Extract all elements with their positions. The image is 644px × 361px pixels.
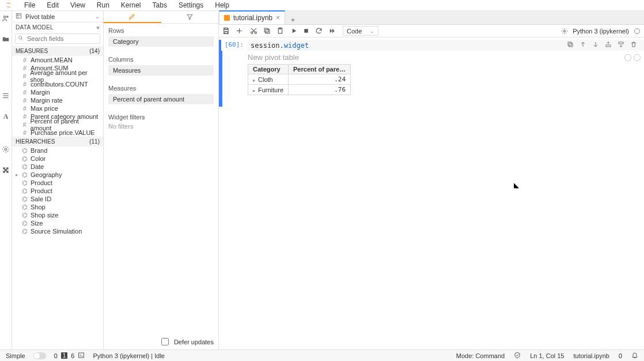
run-all-icon[interactable] xyxy=(328,28,336,34)
table-row[interactable]: ▸Cloth.24 xyxy=(248,74,351,85)
restart-icon[interactable] xyxy=(315,27,323,35)
bell-icon[interactable] xyxy=(631,352,638,360)
hierarchies-section-head[interactable]: HIERARCHIES (11) xyxy=(12,137,103,146)
svg-point-13 xyxy=(635,28,640,33)
filters-section: Widget filters xyxy=(104,110,218,123)
menu-kernel[interactable]: Kernel xyxy=(121,1,141,9)
save-icon[interactable] xyxy=(222,27,230,35)
simple-toggle[interactable] xyxy=(33,352,46,359)
collapse-panel-icon[interactable]: « xyxy=(96,24,100,31)
measure-item[interactable]: #Max price xyxy=(12,104,103,112)
hierarchy-item[interactable]: ⌬Brand xyxy=(12,146,103,155)
hierarchy-item[interactable]: ▸⌬Geography xyxy=(12,171,103,179)
search-icon xyxy=(18,35,24,42)
output-control-1[interactable] xyxy=(624,54,631,61)
measure-item[interactable]: #Percent of parent amount xyxy=(12,121,103,129)
trusted-icon[interactable] xyxy=(514,352,521,360)
hierarchy-item[interactable]: ⌬Shop size xyxy=(12,211,103,219)
jupyter-logo-icon xyxy=(5,1,13,9)
cut-icon[interactable] xyxy=(250,27,257,35)
svg-rect-11 xyxy=(304,29,308,32)
menu-file[interactable]: File xyxy=(24,1,35,9)
insert-below-icon[interactable] xyxy=(618,41,624,50)
paste-icon[interactable] xyxy=(276,27,284,35)
notebook-tab[interactable]: tutorial.ipynb × xyxy=(219,10,285,24)
measure-item[interactable]: #Average amount per shop xyxy=(12,72,103,80)
columns-chip[interactable]: Measures xyxy=(108,65,214,76)
people-icon[interactable] xyxy=(2,14,10,22)
pivot-col-value[interactable]: Percent of pare… xyxy=(289,65,351,74)
menu-settings[interactable]: Settings xyxy=(179,1,203,9)
build-panel: Rows Category Columns Measures Measures … xyxy=(104,11,219,349)
hierarchy-item[interactable]: ⌬Shop xyxy=(12,203,103,211)
measure-item[interactable]: #Amount.MEAN xyxy=(12,56,103,64)
move-down-icon[interactable] xyxy=(592,41,599,50)
output-title: New pivot table xyxy=(248,53,299,62)
add-tab-button[interactable]: + xyxy=(285,16,301,24)
status-badge: 1 xyxy=(61,352,68,359)
puzzle-icon[interactable] xyxy=(2,166,10,174)
menu-edit[interactable]: Edit xyxy=(47,1,59,9)
copy-icon[interactable] xyxy=(263,27,271,35)
svg-rect-14 xyxy=(569,43,573,47)
tab-style[interactable] xyxy=(104,11,161,23)
field-search-input[interactable] xyxy=(26,35,97,43)
hierarchy-item[interactable]: ⌬Product xyxy=(12,179,103,187)
measure-item[interactable]: #Margin xyxy=(12,88,103,96)
text-icon[interactable]: A xyxy=(3,112,9,121)
run-icon[interactable] xyxy=(291,28,297,34)
pivot-col-category[interactable]: Category xyxy=(248,65,289,74)
columns-section: Columns Measures xyxy=(104,52,218,81)
notebook-scroll[interactable]: [60]: session.widget xyxy=(219,37,644,349)
notebook-type-icon xyxy=(224,15,230,21)
output-control-2[interactable] xyxy=(634,54,641,61)
status-zero: 0 xyxy=(54,352,58,359)
table-row[interactable]: ▸Furniture.76 xyxy=(248,85,351,95)
measure-item[interactable]: #Purchase price.VALUE xyxy=(12,129,103,137)
add-cell-icon[interactable] xyxy=(236,27,243,35)
hierarchy-item[interactable]: ⌬Date xyxy=(12,163,103,171)
menu-help[interactable]: Help xyxy=(215,1,229,9)
hierarchy-item[interactable]: ⌬Source Simulation xyxy=(12,227,103,235)
status-kernel[interactable]: Python 3 (ipykernel) | Idle xyxy=(93,352,165,359)
notebook-area: tutorial.ipynb × + Code xyxy=(219,11,644,349)
tab-filter[interactable] xyxy=(161,11,219,23)
chart-type-select[interactable]: Pivot table ⌄ xyxy=(12,11,103,22)
measures-section-head[interactable]: MEASURES (14) xyxy=(12,46,103,56)
gear-icon[interactable] xyxy=(2,145,10,153)
rows-label: Rows xyxy=(108,27,214,34)
defer-updates-checkbox[interactable] xyxy=(161,338,169,345)
hierarchy-item[interactable]: ⌬Color xyxy=(12,155,103,163)
move-up-icon[interactable] xyxy=(579,41,586,50)
notebook-tab-label: tutorial.ipynb xyxy=(233,14,272,22)
code-cell[interactable]: [60]: session.widget xyxy=(219,40,644,51)
status-terminal-icon[interactable] xyxy=(78,352,85,360)
hierarchy-item[interactable]: ⌬Product xyxy=(12,187,103,195)
svg-rect-17 xyxy=(619,42,623,44)
kernel-settings-icon[interactable] xyxy=(561,28,568,35)
insert-above-icon[interactable] xyxy=(605,41,612,50)
menu-view[interactable]: View xyxy=(70,1,85,9)
rows-chip[interactable]: Category xyxy=(108,36,214,47)
simple-label: Simple xyxy=(6,352,25,359)
pivot-table: Category Percent of pare… ▸Cloth.24▸Furn… xyxy=(248,64,351,95)
delete-cell-icon[interactable] xyxy=(630,41,637,50)
kernel-name[interactable]: Python 3 (ipykernel) xyxy=(573,28,629,35)
duplicate-cell-icon[interactable] xyxy=(567,41,574,50)
measures-chip[interactable]: Percent of parent amount xyxy=(108,94,214,104)
chart-type-label: Pivot table xyxy=(25,13,92,20)
status-mode: Mode: Command xyxy=(456,352,505,359)
stop-icon[interactable] xyxy=(303,28,309,34)
menu-run[interactable]: Run xyxy=(97,1,109,9)
hierarchy-item[interactable]: ⌬Sale ID xyxy=(12,195,103,203)
field-search[interactable] xyxy=(15,33,100,44)
close-tab-icon[interactable]: × xyxy=(276,14,280,22)
status-six: 6 xyxy=(71,352,74,359)
folder-icon[interactable] xyxy=(2,35,10,43)
cell-source[interactable]: session.widget xyxy=(247,40,644,51)
menu-tabs[interactable]: Tabs xyxy=(153,1,167,9)
list-icon[interactable] xyxy=(2,92,10,100)
hierarchy-item[interactable]: ⌬Size xyxy=(12,219,103,227)
measure-item[interactable]: #Margin rate xyxy=(12,96,103,104)
cell-type-select[interactable]: Code ⌄ xyxy=(343,26,378,36)
